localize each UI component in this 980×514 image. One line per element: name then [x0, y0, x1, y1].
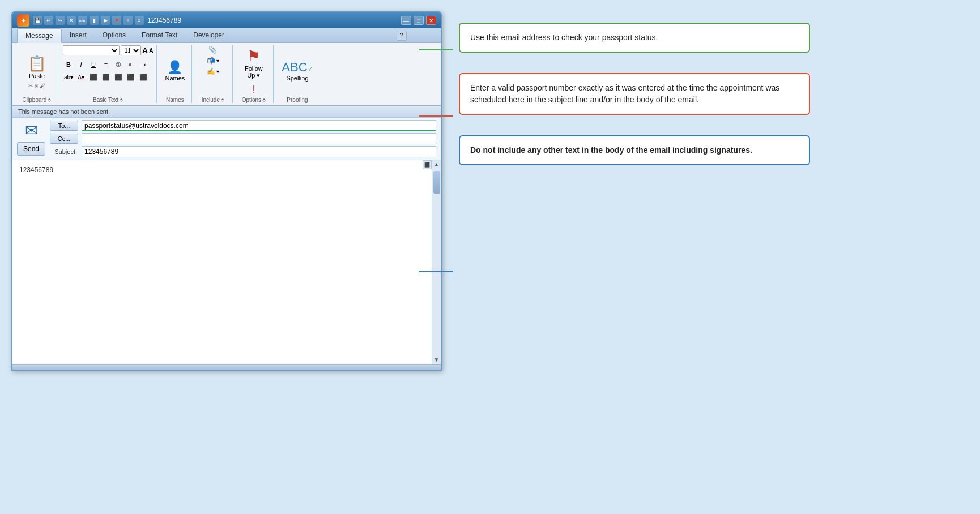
close-button[interactable]: ✕ — [426, 16, 436, 25]
redo-icon[interactable]: ↪ — [56, 16, 65, 25]
attach-item-button[interactable]: 📬 ▾ — [206, 56, 220, 65]
to-field-row: To... — [50, 120, 436, 131]
attach-file-button[interactable]: 📎 — [207, 45, 218, 54]
callout-green-text: Use this email address to check your pas… — [470, 33, 658, 42]
include-label: Include ⬘ — [202, 96, 224, 103]
format-row-2: ab▾ A▾ ⬛ ⬛ ⬛ ⬛ ⬛ — [63, 72, 149, 82]
bold-button[interactable]: B — [63, 59, 74, 70]
scroll-up-button[interactable]: ▲ — [433, 160, 441, 169]
paste-label: Paste — [29, 72, 45, 79]
include-group: 📎 📬 ▾ ✍ ▾ Include ⬘ — [193, 45, 233, 103]
font-color-button[interactable]: A▾ — [75, 72, 87, 82]
paste-icon: 📋 — [28, 55, 46, 72]
followup-up-label: Up ▾ — [247, 72, 260, 79]
cut-icon[interactable]: ✂ — [28, 83, 33, 89]
window-controls: — □ ✕ — [401, 16, 436, 25]
scroll-down-button[interactable]: ▼ — [433, 355, 441, 364]
clipboard-group-content: 📋 Paste ✂ ⎘ 🖌 — [24, 45, 49, 96]
callout-box-red: Enter a valid passport number exactly as… — [459, 73, 810, 115]
tab-message[interactable]: Message — [17, 28, 62, 43]
cc-button[interactable]: Cc... — [50, 134, 78, 144]
font-size-dropdown[interactable]: 11 — [121, 45, 141, 55]
include-expand-icon[interactable]: ⬘ — [221, 97, 224, 102]
email-body-text[interactable]: 123456789 — [12, 160, 432, 364]
send-button[interactable]: Send — [17, 142, 45, 156]
main-layout: ✦ 💾 ↩ ↪ ✕ abc ▮ ▶ ⚑ ! » 123456789 — □ — [11, 11, 969, 371]
copy-icon[interactable]: ⎘ — [35, 83, 38, 89]
font-dropdown[interactable] — [63, 45, 120, 55]
scroll-thumb[interactable] — [433, 171, 440, 194]
basic-text-expand-icon[interactable]: ⬘ — [120, 97, 123, 102]
toolbar-more[interactable]: » — [135, 16, 144, 25]
format-painter-icon[interactable]: 🖌 — [40, 83, 45, 89]
spelling-label: Spelling — [286, 75, 308, 82]
align-right-button[interactable]: ⬛ — [113, 72, 124, 82]
outlook-window: ✦ 💾 ↩ ↪ ✕ abc ▮ ▶ ⚑ ! » 123456789 — □ — [11, 11, 442, 371]
underline-button[interactable]: U — [88, 59, 99, 70]
proofing-label: Proofing — [287, 96, 308, 103]
signature-icon: ✍ — [207, 67, 215, 75]
attach-item-icon: 📬 — [207, 57, 215, 65]
bullets-button[interactable]: ≡ — [100, 59, 112, 70]
followup-group-label: Options ⬘ — [242, 96, 266, 103]
ribbon-help-button[interactable]: ? — [397, 31, 407, 41]
names-button[interactable]: 👤 Names — [161, 58, 188, 84]
toolbar-icon3[interactable]: ⚑ — [112, 16, 121, 25]
delete-icon[interactable]: ✕ — [67, 16, 76, 25]
rtl-button[interactable]: ⬛ — [138, 72, 149, 82]
names-group: 👤 Names Names — [158, 45, 192, 103]
tab-developer[interactable]: Developer — [185, 28, 232, 42]
toolbar-icon4[interactable]: ! — [123, 16, 133, 25]
window-bottom-bar — [12, 364, 441, 370]
subject-input[interactable] — [82, 146, 436, 157]
indent-button[interactable]: ⇥ — [138, 59, 149, 70]
paste-button[interactable]: 📋 Paste — [24, 53, 49, 82]
justify-button[interactable]: ⬛ — [125, 72, 137, 82]
followup-group: ⚑ Follow Up ▾ ! Options ⬘ — [234, 45, 274, 103]
names-group-content: 👤 Names — [161, 45, 188, 96]
attach-item-arrow: ▾ — [216, 58, 219, 64]
save-icon[interactable]: 💾 — [33, 16, 42, 25]
font-grow-icon[interactable]: A — [142, 46, 148, 55]
proofing-group: ABC✓ Spelling Proofing — [275, 45, 319, 103]
connector-svg — [419, 11, 969, 371]
maximize-button[interactable]: □ — [414, 16, 424, 25]
align-center-button[interactable]: ⬛ — [100, 72, 112, 82]
abc-icon[interactable]: abc — [78, 16, 87, 25]
proofing-content: ABC✓ Spelling — [278, 45, 316, 96]
signature-arrow: ▾ — [216, 68, 219, 75]
font-shrink-icon[interactable]: A — [149, 48, 153, 54]
cc-input[interactable] — [82, 133, 436, 144]
followup-content: ⚑ Follow Up ▾ ! — [241, 45, 266, 96]
minimize-button[interactable]: — — [401, 16, 411, 25]
to-input[interactable] — [82, 120, 436, 131]
followup-expand-icon[interactable]: ⬘ — [262, 97, 266, 102]
ribbon-content: 📋 Paste ✂ ⎘ 🖌 Clipboard ⬘ — [12, 43, 441, 105]
priority-button[interactable]: ! — [252, 84, 255, 96]
clipboard-expand-icon[interactable]: ⬘ — [48, 97, 51, 102]
to-button[interactable]: To... — [50, 121, 78, 131]
body-format-icon[interactable]: ⬛ — [423, 160, 432, 169]
cc-field-row: Cc... — [50, 133, 436, 144]
toolbar-icon1[interactable]: ▮ — [90, 16, 99, 25]
toolbar-icon2[interactable]: ▶ — [101, 16, 110, 25]
outdent-button[interactable]: ⇤ — [125, 59, 137, 70]
followup-button[interactable]: ⚑ Follow Up ▾ — [241, 45, 266, 82]
numbering-button[interactable]: ① — [113, 59, 124, 70]
tab-insert[interactable]: Insert — [62, 28, 95, 42]
fields-wrapper: To... Cc... Subject: — [50, 120, 436, 157]
body-content: 123456789 — [19, 166, 53, 174]
highlight-button[interactable]: ab▾ — [63, 72, 74, 82]
callout-box-blue: Do not include any other text in the bod… — [459, 135, 810, 165]
signature-button[interactable]: ✍ ▾ — [206, 67, 220, 76]
format-row-1: B I U ≡ ① ⇤ ⇥ — [63, 59, 149, 70]
basic-text-group: 11 A A B I U ≡ ① ⇤ ⇥ ab — [59, 45, 157, 103]
names-label-area: Names — [166, 96, 184, 103]
align-left-button[interactable]: ⬛ — [88, 72, 99, 82]
undo-icon[interactable]: ↩ — [44, 16, 53, 25]
spelling-button[interactable]: ABC✓ Spelling — [278, 58, 316, 84]
subject-label: Subject: — [50, 148, 77, 155]
tab-options[interactable]: Options — [95, 28, 134, 42]
tab-format-text[interactable]: Format Text — [134, 28, 185, 42]
italic-button[interactable]: I — [75, 59, 87, 70]
